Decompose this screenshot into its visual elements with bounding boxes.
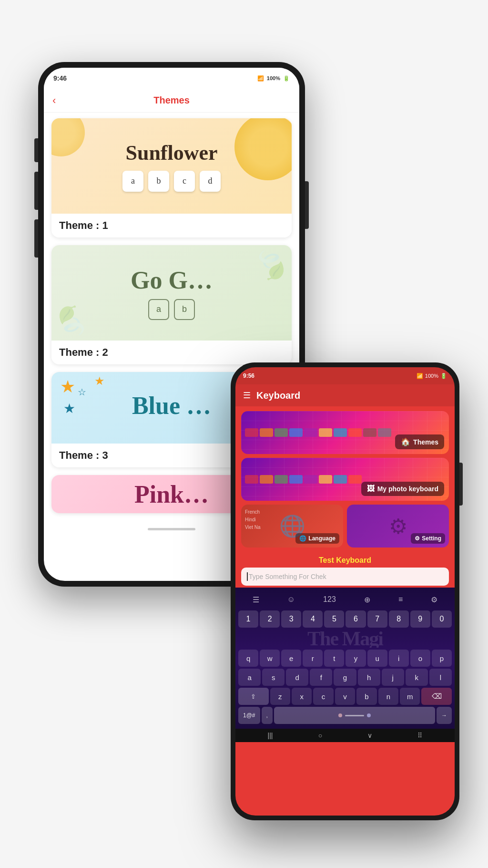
- language-tile[interactable]: 🌐 FrenchHindiViet Na 🌐 Language: [241, 505, 343, 548]
- kb-bottom-row: 1@# , →: [238, 707, 452, 724]
- key-b-sunflower: b: [148, 171, 169, 192]
- kb-key-y[interactable]: y: [346, 650, 366, 667]
- pk-red: [245, 475, 258, 484]
- kb-key-b[interactable]: b: [356, 688, 376, 705]
- back-arrow-icon[interactable]: ‹: [52, 94, 56, 107]
- kb-key-9[interactable]: 9: [410, 610, 430, 628]
- kb-key-2[interactable]: 2: [260, 610, 280, 628]
- themes-nav-bar: ‹ Themes: [44, 89, 299, 113]
- photo-keyboard-tile[interactable]: 🖼 My photo keyboard: [241, 458, 449, 501]
- kb-key-n[interactable]: n: [378, 688, 398, 705]
- color-key-brown: [363, 428, 376, 437]
- kb-tool-globe[interactable]: ⊕: [360, 593, 374, 606]
- nav-recent-icon[interactable]: |||: [268, 732, 273, 739]
- space-line: [345, 715, 364, 716]
- setting-tile[interactable]: ⚙ ⚙ Setting: [347, 505, 449, 548]
- kb-key-0[interactable]: 0: [432, 610, 452, 628]
- menu-row-two: 🌐 FrenchHindiViet Na 🌐 Language ⚙: [241, 505, 449, 548]
- kb-key-h[interactable]: h: [358, 669, 380, 686]
- status-time-back: 9:46: [53, 74, 67, 82]
- kb-key-d[interactable]: d: [286, 669, 308, 686]
- photo-keyboard-tile-label[interactable]: 🖼 My photo keyboard: [361, 482, 444, 496]
- kb-key-g[interactable]: g: [334, 669, 356, 686]
- sunflower-deco-tr: [234, 118, 292, 180]
- kb-key-e[interactable]: e: [281, 650, 301, 667]
- nav-apps-icon[interactable]: ⠿: [417, 732, 422, 739]
- kb-key-i[interactable]: i: [389, 650, 409, 667]
- kb-key-a[interactable]: a: [238, 669, 261, 686]
- key-c-sunflower: c: [174, 171, 195, 192]
- kb-key-f[interactable]: f: [310, 669, 332, 686]
- kb-comma-key[interactable]: ,: [262, 707, 273, 724]
- kb-key-j[interactable]: j: [382, 669, 404, 686]
- color-key-purple: [304, 428, 317, 437]
- kb-key-s[interactable]: s: [262, 669, 285, 686]
- kb-key-6[interactable]: 6: [346, 610, 366, 628]
- hamburger-icon[interactable]: ☰: [243, 390, 251, 401]
- themes-btn-text: Themes: [413, 438, 438, 446]
- kb-key-o[interactable]: o: [410, 650, 430, 667]
- bluestar-theme-title: Blue …: [132, 392, 211, 420]
- kb-key-c[interactable]: c: [313, 688, 333, 705]
- photo-icon: 🖼: [367, 485, 375, 493]
- gogreen-key-row: a b: [148, 299, 195, 320]
- status-icons-front: 📶 100% 🔋: [417, 373, 447, 379]
- kb-key-w[interactable]: w: [260, 650, 280, 667]
- theme-card-sunflower[interactable]: Sunflower a b c d Theme : 1: [51, 118, 292, 238]
- kb-backspace-key[interactable]: ⌫: [421, 688, 452, 705]
- language-tile-label[interactable]: 🌐 Language: [295, 533, 339, 544]
- kb-tool-menu[interactable]: ☰: [249, 593, 263, 606]
- kb-row-qwerty: q w e r t y u i o p: [238, 650, 452, 667]
- kb-key-k[interactable]: k: [406, 669, 428, 686]
- kb-key-1[interactable]: 1: [238, 610, 258, 628]
- kb-key-l[interactable]: l: [429, 669, 452, 686]
- gear-label-icon: ⚙: [415, 535, 420, 542]
- kb-key-z[interactable]: z: [270, 688, 290, 705]
- front-phone-nav-bar: ||| ○ ∨ ⠿: [235, 729, 455, 742]
- kb-key-8[interactable]: 8: [389, 610, 409, 628]
- nav-home-icon[interactable]: ○: [318, 732, 322, 739]
- test-keyboard-section: Test Keyboard Type Something For Chek: [235, 552, 455, 588]
- kb-watermark-row: The Magi: [238, 630, 452, 648]
- setting-tile-label[interactable]: ⚙ Setting: [411, 533, 445, 544]
- kb-key-3[interactable]: 3: [281, 610, 301, 628]
- themes-tile-label[interactable]: 🏠 Themes: [395, 434, 444, 449]
- app-header-front: ☰ Keyboard: [235, 384, 455, 406]
- kb-key-v[interactable]: v: [335, 688, 355, 705]
- kb-toolbar: ☰ ☺ 123 ⊕ ≡ ⚙: [238, 590, 452, 609]
- kb-tool-settings[interactable]: ⚙: [427, 593, 441, 606]
- test-input-field[interactable]: Type Something For Chek: [241, 568, 449, 586]
- kb-key-7[interactable]: 7: [367, 610, 387, 628]
- kb-tool-clipboard[interactable]: ≡: [395, 593, 407, 606]
- side-button-mute: [34, 138, 38, 162]
- kb-return-key[interactable]: →: [437, 707, 452, 724]
- nav-back-icon[interactable]: ∨: [367, 732, 372, 739]
- kb-shift-key[interactable]: ⇧: [238, 688, 269, 705]
- kb-key-r[interactable]: r: [303, 650, 323, 667]
- kb-key-p[interactable]: p: [432, 650, 452, 667]
- color-key-grey: [378, 428, 391, 437]
- theme-label-2: Theme : 2: [51, 341, 292, 364]
- pink-theme-title: Pink…: [134, 480, 209, 508]
- leaf-deco-tr: 🍃: [247, 245, 292, 288]
- kb-key-m[interactable]: m: [400, 688, 420, 705]
- kb-key-u[interactable]: u: [367, 650, 387, 667]
- themes-title: Themes: [153, 95, 190, 106]
- kb-tool-123[interactable]: 123: [319, 593, 340, 606]
- gogreen-theme-title: Go G…: [131, 266, 213, 294]
- sunflower-deco-bl: [51, 118, 85, 156]
- kb-key-5[interactable]: 5: [324, 610, 344, 628]
- key-b-gogreen: b: [174, 299, 195, 320]
- globe-label-icon: 🌐: [299, 535, 306, 542]
- theme-label-1: Theme : 1: [51, 214, 292, 238]
- kb-space-key[interactable]: [274, 707, 435, 724]
- kb-tool-emoji[interactable]: ☺: [284, 593, 299, 606]
- kb-special-key-sym[interactable]: 1@#: [238, 707, 260, 724]
- themes-tile[interactable]: 🏠 Themes: [241, 411, 449, 454]
- kb-key-x[interactable]: x: [292, 688, 312, 705]
- kb-key-q[interactable]: q: [238, 650, 258, 667]
- theme-card-gogreen[interactable]: 🍃 🍃 Go G… a b Theme : 2: [51, 245, 292, 364]
- kb-key-4[interactable]: 4: [303, 610, 323, 628]
- color-key-cyan: [334, 428, 347, 437]
- kb-key-t[interactable]: t: [324, 650, 344, 667]
